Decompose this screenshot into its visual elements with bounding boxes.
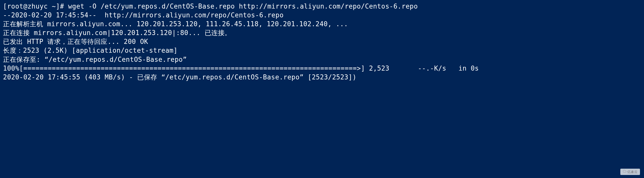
progress-bar-line: 100%[===================================… xyxy=(3,64,641,73)
length-line: 长度：2523 (2.5K) [application/octet-stream… xyxy=(3,46,641,55)
terminal-output[interactable]: [root@zhuyc ~]# wget -O /etc/yum.repos.d… xyxy=(3,2,641,82)
prompt-command-line: [root@zhuyc ~]# wget -O /etc/yum.repos.d… xyxy=(3,2,641,11)
saving-to-line: 正在保存至: “/etc/yum.repos.d/CentOS-Base.rep… xyxy=(3,55,641,64)
watermark-badge: 亿速云 xyxy=(620,169,640,175)
saved-summary-line: 2020-02-20 17:45:55 (403 MB/s) - 已保存 “/e… xyxy=(3,73,641,82)
wget-start-line: --2020-02-20 17:45:54-- http://mirrors.a… xyxy=(3,11,641,20)
connecting-line: 正在连接 mirrors.aliyun.com|120.201.253.120|… xyxy=(3,28,641,37)
cloud-icon xyxy=(623,169,626,174)
http-request-line: 已发出 HTTP 请求，正在等待回应... 200 OK xyxy=(3,37,641,46)
watermark-text: 亿速云 xyxy=(627,170,638,174)
resolving-host-line: 正在解析主机 mirrors.aliyun.com... 120.201.253… xyxy=(3,20,641,28)
